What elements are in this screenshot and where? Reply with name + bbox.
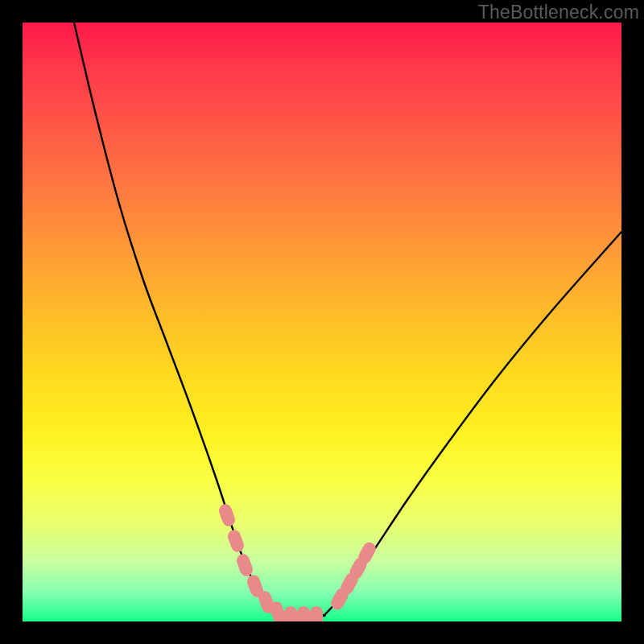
chart-frame: TheBottleneck.com — [0, 0, 644, 644]
trough-marker — [217, 502, 237, 528]
plot-area — [23, 23, 621, 621]
curve-svg — [23, 23, 621, 621]
trough-marker — [226, 528, 246, 554]
trough-marker — [297, 606, 310, 621]
trough-marker — [310, 606, 323, 621]
bottleneck-curve — [74, 23, 621, 617]
trough-marker — [235, 552, 255, 578]
trough-marker — [284, 606, 297, 621]
watermark-text: TheBottleneck.com — [478, 2, 639, 23]
